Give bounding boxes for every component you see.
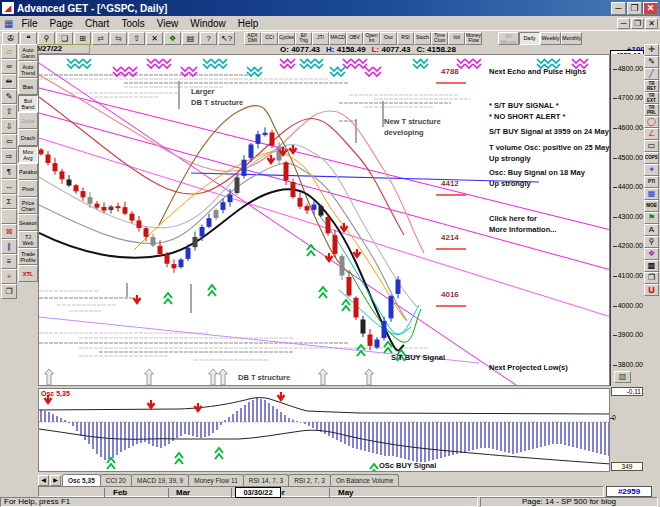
tab-cci[interactable]: CCI 20 [100, 474, 132, 486]
scroll-right-icon[interactable]: ⇨ [1, 149, 17, 164]
grid-tool[interactable]: ▦ [644, 188, 659, 200]
tab-money-flow[interactable]: Money Flow 11 [188, 474, 244, 486]
date-marker-box[interactable]: 03/30/22 [235, 487, 281, 498]
timeframe-60-minute[interactable]: 60 Minute [498, 32, 519, 45]
gann-lines-icon[interactable]: ∥ [1, 239, 17, 254]
tab-osc[interactable]: Osc 5,35 [62, 474, 101, 486]
minimize-button[interactable]: ─ [611, 2, 626, 15]
crosshair-add-icon[interactable]: + [1, 269, 17, 284]
rectangle-tool[interactable]: ▭ [644, 140, 659, 152]
compass-tool[interactable]: ✦ [644, 164, 659, 176]
copy-page-icon[interactable]: ❐ [1, 284, 17, 299]
cops-tool[interactable]: COPS [644, 152, 659, 164]
pattern-tool[interactable]: ▩ [644, 260, 659, 272]
price-chart[interactable]: LargerDB T structure New T structuredeve… [38, 54, 610, 386]
shapes-tool[interactable]: ❖ [644, 248, 659, 260]
pti-tool[interactable]: PTI [644, 176, 659, 188]
menu-window[interactable]: Window [184, 17, 232, 30]
trend-parallel-tool[interactable]: TR PRL [644, 104, 659, 116]
study-ell-trig[interactable]: Ell Trig [295, 32, 312, 45]
study-bol-band[interactable]: Bol Band [18, 95, 38, 112]
magnet-tool[interactable]: U [644, 284, 659, 296]
pencil-tool[interactable]: ✎ [644, 56, 659, 68]
scroll-down-icon[interactable]: ⇩ [1, 119, 17, 134]
print-icon[interactable]: ▤ [182, 32, 199, 45]
timeframe-weekly[interactable]: Weekly [540, 32, 561, 45]
import-icon[interactable]: ⇄ [92, 32, 109, 45]
study-pivot[interactable]: Pivot [18, 180, 38, 197]
blank-icon[interactable] [1, 209, 17, 224]
mdi-minimize-button[interactable]: ─ [617, 18, 630, 29]
new-page-icon[interactable]: ❏ [56, 32, 73, 45]
trend-extend-tool[interactable]: TR EXT [644, 92, 659, 104]
view-reset-icon[interactable]: ∞ [1, 59, 17, 74]
menu-file[interactable]: File [15, 17, 43, 30]
help-pointer-icon[interactable]: ↖? [218, 32, 235, 45]
mdi-restore-button[interactable]: ❐ [631, 18, 644, 29]
open-chart-icon[interactable]: ▱ [1, 44, 17, 59]
ellipse-tool[interactable]: ◯ [644, 116, 659, 128]
edit-elliott-icon[interactable]: ✎ [1, 89, 17, 104]
lock-icon[interactable]: ⊞ [74, 32, 91, 45]
study-open-int[interactable]: Open Int [363, 32, 380, 45]
study-auto-gann[interactable]: Auto Gann [18, 44, 38, 61]
oscillator-panel[interactable]: Osc 5,35 OSc BUY Signal [38, 388, 610, 472]
paragraph-icon[interactable]: ¶ [1, 164, 17, 179]
crosshair-tool[interactable]: ✛ [644, 44, 659, 56]
zoom-tool[interactable]: ⚲ [644, 236, 659, 248]
study-cci[interactable]: CCI [261, 32, 278, 45]
flag-tool[interactable]: ⚑ [644, 212, 659, 224]
upload-icon[interactable]: ⇧ [128, 32, 145, 45]
timeframe-daily[interactable]: Daily [519, 32, 540, 45]
study-vol[interactable]: Vol [448, 32, 465, 45]
study-jti[interactable]: JTI [312, 32, 329, 45]
study-bias[interactable]: Bias [18, 78, 38, 95]
scroll-up-icon[interactable]: ⇧ [1, 104, 17, 119]
study-drach[interactable]: Drach [18, 129, 38, 146]
attach-icon[interactable]: ✇ [2, 32, 19, 45]
mdi-close-button[interactable]: ✕ [645, 18, 658, 29]
study-time-clust[interactable]: Time Clust [431, 32, 448, 45]
sum-icon[interactable]: Σ [1, 194, 17, 209]
title-bar[interactable]: ◢ Advanced GET - [^GSPC, Daily] ─ ❐ ✕ [0, 0, 660, 16]
question-icon[interactable]: ? [200, 32, 217, 45]
gann-fan-tool[interactable]: ∠ [644, 128, 659, 140]
study-osc[interactable]: Osc [380, 32, 397, 45]
timeframe-monthly[interactable]: Monthly [561, 32, 582, 45]
study-price-chart[interactable]: Price Chart [18, 197, 38, 214]
mob-tool[interactable]: MOB [644, 200, 659, 212]
restore-button[interactable]: ❐ [627, 2, 642, 15]
tab-rsi-14[interactable]: RSI 14, 7, 3 [243, 474, 289, 486]
chart-settings-button[interactable]: ▧ [614, 371, 631, 383]
delete-icon[interactable]: ✕ [146, 32, 163, 45]
document-icon[interactable]: ▦ [4, 18, 13, 29]
more-information-link[interactable]: More Information... [489, 225, 557, 234]
menu-help[interactable]: Help [232, 17, 265, 30]
remove-lines-icon[interactable]: ⊠ [1, 224, 17, 239]
close-button[interactable]: ✕ [643, 2, 658, 15]
tile-windows-icon[interactable]: ❖ [164, 32, 181, 45]
study-parabolic[interactable]: Parabolic [18, 163, 38, 180]
search-icon[interactable]: ⚲ [38, 32, 55, 45]
menu-tools[interactable]: Tools [115, 17, 150, 30]
study-trade-profile[interactable]: Trade Profile [18, 248, 38, 265]
export-icon[interactable]: ⇆ [110, 32, 127, 45]
study-seasonal[interactable]: Seasonal [18, 214, 38, 231]
tab-macd[interactable]: MACD 19, 39, 9 [131, 474, 189, 486]
study-mov-avg[interactable]: Mov Avg [18, 146, 38, 163]
menu-page[interactable]: Page [44, 17, 79, 30]
tab-scroll-right[interactable]: ▶ [50, 475, 61, 486]
study-macd[interactable]: MACD [329, 32, 346, 45]
study-delta[interactable]: Delta [18, 112, 38, 129]
menu-view[interactable]: View [151, 17, 185, 30]
scroll-left-icon[interactable]: ⇦ [1, 134, 17, 149]
study-obv[interactable]: OBV [346, 32, 363, 45]
study-tj-web[interactable]: TJ Web [18, 231, 38, 248]
study-adx-dmi[interactable]: ADX DMI [244, 32, 261, 45]
study-rsi[interactable]: RSI [397, 32, 414, 45]
click-here-link[interactable]: Click here for [489, 214, 537, 223]
study-money-flow[interactable]: Money Flow [465, 32, 482, 45]
study-stoch[interactable]: Stoch [414, 32, 431, 45]
copy-tool[interactable]: ❐ [644, 272, 659, 284]
refresh-icon[interactable]: ⇹ [1, 74, 17, 89]
